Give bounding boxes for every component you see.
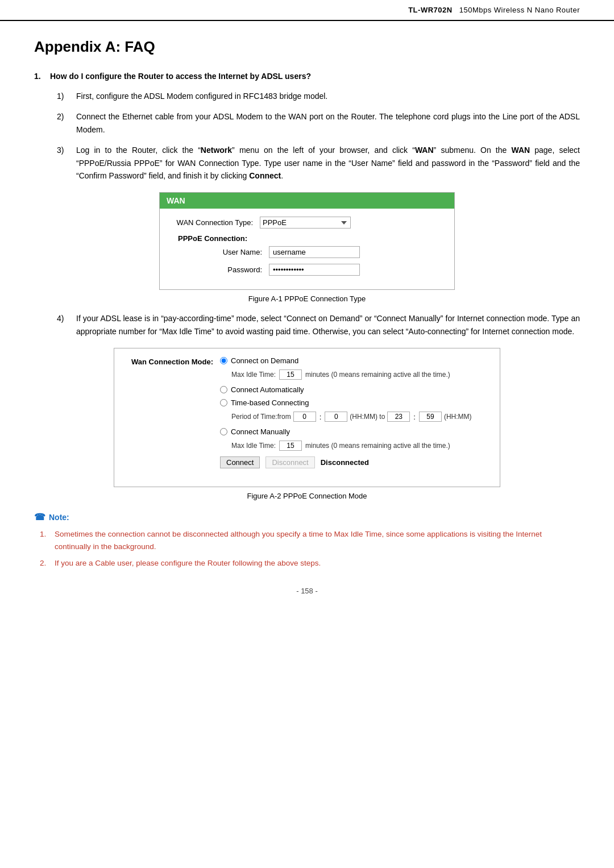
mode-radio-cod[interactable] [220,357,227,364]
step-2-text: Connect the Ethernet cable from your ADS… [76,110,580,136]
mode-radio-cm[interactable] [220,428,227,435]
max-idle-label-cod: Max Idle Time: [231,371,276,379]
colon-2: : [413,413,416,421]
pppoe-section-label: PPPoE Connection: [178,234,445,243]
note-item-1: 1. Sometimes the connection cannot be di… [40,528,580,553]
mode-buttons: Connect Disconnect Disconnected [220,456,491,468]
step-1-text: First, configure the ADSL Modem configur… [76,90,580,102]
main-content: Appendix A: FAQ 1. How do I configure th… [0,21,614,618]
step-4-list: 4) If your ADSL lease is in “pay-accordi… [57,312,580,338]
mode-option-tbc: Time-based Connecting [220,398,491,407]
figure-a1-caption: Figure A-1 PPPoE Connection Type [34,294,580,303]
connect-bold: Connect [249,171,281,180]
note-icon: ☎ [34,512,45,522]
header-title: TL-WR702N 150Mbps Wireless N Nano Router [408,6,580,14]
model-name: TL-WR702N [408,6,452,14]
page-number: - 158 - [296,587,318,595]
colon-1: : [320,413,322,421]
note-item-1-num: 1. [40,528,49,553]
note-header: ☎ Note: [34,512,580,522]
user-name-input[interactable] [269,246,360,258]
max-idle-input-cod[interactable] [279,369,302,380]
faq-steps: 1) First, configure the ADSL Modem confi… [57,90,580,182]
mode-option-ca: Connect Automatically [220,385,491,394]
mode-tbc-sub: Period of Time:from : (HH:MM) to : (HH:M… [231,412,491,422]
max-idle-input-cm[interactable] [279,441,302,451]
pppoe-section: PPPoE Connection: User Name: Password: [178,234,445,276]
note-item-1-text: Sometimes the connection cannot be disco… [55,528,580,553]
note-item-2-num: 2. [40,557,49,570]
faq-question-text: How do I configure the Router to access … [50,72,311,81]
note-header-text: Note: [49,513,69,522]
step-2-num: 2) [57,110,69,136]
wan-bold: WAN [415,146,434,155]
faq-question-number: 1. [34,72,45,81]
period-from-mm[interactable] [325,412,347,422]
password-row: Password: [178,264,445,276]
password-label: Password: [178,265,269,274]
wan-box-body: WAN Connection Type: PPPoE PPPoE Connect… [160,209,454,289]
page-footer: - 158 - [34,587,580,595]
mode-option-cod: Connect on Demand [220,356,491,365]
wan-connection-type-row: WAN Connection Type: PPPoE [169,217,445,229]
note-item-2: 2. If you are a Cable user, please confi… [40,557,580,570]
mode-box-label: Wan Connection Mode: [123,356,220,366]
user-name-row: User Name: [178,246,445,258]
wan-connection-type-label: WAN Connection Type: [169,218,260,227]
page-header: TL-WR702N 150Mbps Wireless N Nano Router [0,0,614,21]
step-4-num: 4) [57,312,69,338]
wan-box: WAN WAN Connection Type: PPPoE PPPoE Con… [159,192,455,290]
note-list: 1. Sometimes the connection cannot be di… [40,528,580,570]
step-1: 1) First, configure the ADSL Modem confi… [57,90,580,102]
note-section: ☎ Note: 1. Sometimes the connection cann… [34,512,580,570]
note-item-2-text: If you are a Cable user, please configur… [55,557,321,570]
period-to-mm[interactable] [419,412,442,422]
password-input[interactable] [269,264,360,276]
appendix-title: Appendix A: FAQ [34,38,580,56]
max-idle-suffix-cm: minutes (0 means remaining active all th… [305,442,450,450]
mode-label-ca: Connect Automatically [231,385,304,394]
status-text: Disconnected [321,458,369,467]
step-1-num: 1) [57,90,69,102]
mode-radio-ca[interactable] [220,386,227,393]
mode-label-cm: Connect Manually [231,427,290,436]
mode-option-cm: Connect Manually [220,427,491,436]
mode-cod-sub: Max Idle Time: minutes (0 means remainin… [231,369,491,380]
period-label: Period of Time:from [231,413,291,421]
user-name-label: User Name: [178,248,269,256]
mode-main-row: Wan Connection Mode: Connect on Demand M… [123,356,491,473]
wan-bold2: WAN [511,146,530,155]
mode-options: Connect on Demand Max Idle Time: minutes… [220,356,491,473]
mode-label-cod: Connect on Demand [231,356,298,365]
mode-box: Wan Connection Mode: Connect on Demand M… [114,348,500,487]
mode-radio-tbc[interactable] [220,399,227,406]
hhmm-label: (HH:MM) [444,413,472,421]
step-4-text: If your ADSL lease is in “pay-according-… [76,312,580,338]
step-3-text: Log in to the Router, click the “Network… [76,144,580,182]
wan-box-header: WAN [160,193,454,209]
max-idle-suffix-cod: minutes (0 means remaining active all th… [305,371,450,379]
mode-label-tbc: Time-based Connecting [231,398,309,407]
network-bold: Network [201,146,232,155]
connect-button[interactable]: Connect [220,456,260,468]
max-idle-label-cm: Max Idle Time: [231,442,276,450]
period-to-hh[interactable] [387,412,410,422]
wan-connection-type-select[interactable]: PPPoE [260,217,351,229]
figure-a2-caption: Figure A-2 PPPoE Connection Mode [34,492,580,500]
step-4: 4) If your ADSL lease is in “pay-accordi… [57,312,580,338]
step-3-num: 3) [57,144,69,182]
faq-question-1: 1. How do I configure the Router to acce… [34,72,580,81]
hhmm-to-label: (HH:MM) to [350,413,385,421]
step-2: 2) Connect the Ethernet cable from your … [57,110,580,136]
period-from-hh[interactable] [293,412,316,422]
disconnect-button[interactable]: Disconnect [265,456,314,468]
model-description: 150Mbps Wireless N Nano Router [459,6,580,14]
mode-cm-sub: Max Idle Time: minutes (0 means remainin… [231,441,491,451]
step-3: 3) Log in to the Router, click the “Netw… [57,144,580,182]
